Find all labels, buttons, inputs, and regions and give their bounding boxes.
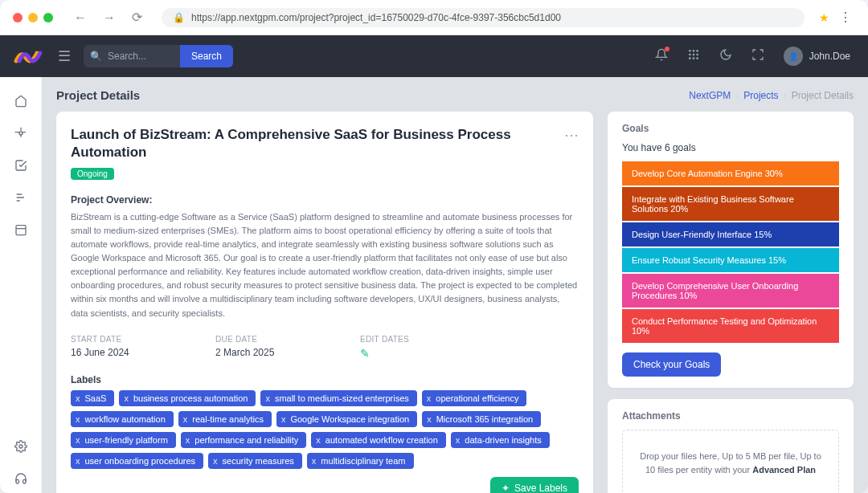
remove-label-icon[interactable]: x	[76, 456, 80, 466]
remove-label-icon[interactable]: x	[76, 393, 80, 403]
edit-dates-label: EDIT DATES	[360, 335, 457, 344]
browser-back-icon[interactable]: ←	[69, 7, 92, 28]
browser-forward-icon[interactable]: →	[98, 7, 121, 28]
goal-item[interactable]: Develop Core Automation Engine 30%	[622, 161, 839, 185]
goal-item[interactable]: Ensure Robust Security Measures 15%	[622, 248, 839, 272]
label-chip: xbusiness process automation	[119, 390, 256, 406]
label-text: Microsoft 365 integration	[436, 414, 533, 424]
sidebar-calendar-icon[interactable]	[6, 215, 35, 244]
svg-point-1	[692, 50, 694, 52]
file-dropzone[interactable]: Drop your files here, Up to 5 MB per fil…	[622, 430, 839, 493]
remove-label-icon[interactable]: x	[316, 435, 321, 445]
sidebar-tasks-icon[interactable]	[6, 151, 35, 180]
goal-item[interactable]: Conduct Performance Testing and Optimiza…	[622, 309, 839, 343]
labels-heading: Labels	[71, 374, 579, 385]
svg-point-0	[689, 50, 691, 52]
user-menu[interactable]: 👤 John.Doe	[779, 43, 855, 69]
label-chip: xdata-driven insights	[451, 432, 550, 448]
label-text: user-friendly platform	[85, 435, 168, 445]
browser-menu-icon[interactable]: ⋮	[836, 6, 855, 28]
label-chip: xperformance and reliability	[181, 432, 307, 448]
status-badge: Ongoing	[71, 168, 114, 180]
label-text: multidisciplinary team	[321, 456, 405, 466]
remove-label-icon[interactable]: x	[213, 456, 218, 466]
start-date-value: 16 June 2024	[71, 347, 167, 358]
label-chip: xsecurity measures	[208, 453, 302, 469]
sparkle-icon: ✦	[502, 483, 510, 493]
global-search: 🔍 Search	[84, 45, 233, 67]
breadcrumb-projects[interactable]: Projects	[743, 90, 778, 101]
browser-chrome: ← → ⟳ 🔒 https://app.nextgpm.com/project?…	[0, 0, 868, 35]
url-text: https://app.nextgpm.com/project?project_…	[191, 12, 561, 23]
lock-icon: 🔒	[173, 12, 185, 23]
dark-mode-icon[interactable]	[714, 43, 737, 69]
sidebar-support-icon[interactable]	[6, 464, 35, 493]
remove-label-icon[interactable]: x	[312, 456, 317, 466]
edit-dates-icon[interactable]: ✎	[360, 347, 457, 360]
label-text: real-time analytics	[192, 414, 264, 424]
app-logo[interactable]	[13, 43, 45, 69]
notifications-icon[interactable]	[650, 43, 673, 69]
breadcrumb-current: Project Details	[792, 90, 854, 101]
label-text: user onboarding procedures	[85, 456, 196, 466]
label-chip: xSaaS	[71, 390, 114, 406]
user-name: John.Doe	[809, 51, 850, 62]
goal-item[interactable]: Develop Comprehensive User Onboarding Pr…	[622, 274, 839, 308]
label-chip: xMicrosoft 365 integration	[422, 411, 541, 427]
goal-item[interactable]: Integrate with Existing Business Softwar…	[622, 187, 839, 221]
bookmark-star-icon[interactable]: ★	[819, 11, 829, 24]
goals-count: You have 6 goals	[622, 142, 839, 153]
project-details-card: Launch of BizStream: A Comprehensive Saa…	[56, 112, 593, 493]
label-text: workflow automation	[85, 414, 166, 424]
label-text: SaaS	[85, 393, 107, 403]
browser-reload-icon[interactable]: ⟳	[127, 6, 147, 28]
remove-label-icon[interactable]: x	[427, 414, 432, 424]
window-maximize-icon[interactable]	[43, 13, 53, 22]
label-chip: xsmall to medium-sized enterprises	[260, 390, 416, 406]
remove-label-icon[interactable]: x	[183, 414, 188, 424]
remove-label-icon[interactable]: x	[427, 393, 432, 403]
svg-point-2	[696, 50, 698, 52]
sidebar-gear-icon[interactable]	[6, 432, 35, 461]
search-button[interactable]: Search	[180, 45, 233, 67]
remove-label-icon[interactable]: x	[281, 414, 286, 424]
svg-point-15	[19, 445, 23, 448]
window-close-icon[interactable]	[13, 13, 23, 22]
remove-label-icon[interactable]: x	[124, 393, 129, 403]
label-chip: xGoogle Workspace integration	[276, 411, 417, 427]
check-goals-button[interactable]: Check your Goals	[622, 352, 721, 377]
due-date-value: 2 March 2025	[215, 347, 312, 358]
chevron-right-icon: ›	[735, 90, 739, 101]
sidebar-settings-icon[interactable]	[6, 119, 35, 148]
label-chip: xoperational efficiency	[422, 390, 527, 406]
remove-label-icon[interactable]: x	[186, 435, 190, 445]
fullscreen-icon[interactable]	[747, 43, 769, 69]
goals-card: Goals You have 6 goals Develop Core Auto…	[608, 112, 854, 388]
search-icon: 🔍	[90, 51, 102, 62]
breadcrumb-root[interactable]: NextGPM	[689, 90, 731, 101]
sidebar-toggle-icon[interactable]: ☰	[55, 44, 74, 68]
label-text: small to medium-sized enterprises	[275, 393, 409, 403]
svg-point-5	[696, 54, 698, 56]
sidebar-home-icon[interactable]	[6, 87, 35, 116]
svg-point-6	[689, 57, 691, 59]
label-text: security measures	[223, 456, 294, 466]
apps-grid-icon[interactable]	[682, 43, 705, 69]
goals-list: Develop Core Automation Engine 30%Integr…	[622, 161, 839, 343]
sidebar-reports-icon[interactable]	[6, 183, 35, 212]
window-minimize-icon[interactable]	[28, 13, 38, 22]
remove-label-icon[interactable]: x	[456, 435, 461, 445]
remove-label-icon[interactable]: x	[76, 435, 80, 445]
goal-item[interactable]: Design User-Friendly Interface 15%	[622, 222, 839, 246]
start-date-label: START DATE	[71, 335, 167, 344]
project-title: Launch of BizStream: A Comprehensive Saa…	[71, 126, 564, 161]
save-labels-button[interactable]: ✦ Save Labels	[490, 477, 579, 493]
url-bar[interactable]: 🔒 https://app.nextgpm.com/project?projec…	[162, 8, 805, 27]
remove-label-icon[interactable]: x	[265, 393, 270, 403]
label-chip: xuser-friendly platform	[71, 432, 176, 448]
label-chip: xautomated workflow creation	[311, 432, 446, 448]
remove-label-icon[interactable]: x	[76, 414, 80, 424]
avatar: 👤	[784, 47, 803, 66]
overview-text: BizStream is a cutting-edge Software as …	[71, 210, 579, 320]
more-icon[interactable]: ⋯	[564, 126, 579, 144]
